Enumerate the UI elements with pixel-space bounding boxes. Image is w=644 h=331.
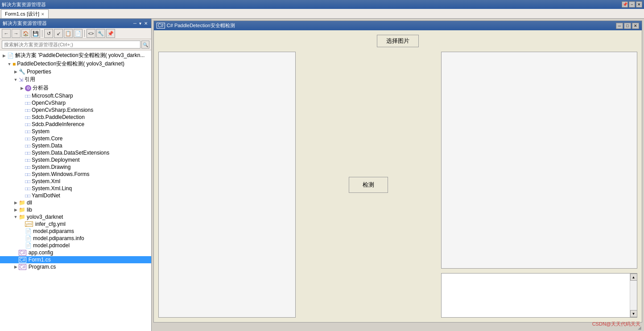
result-area: ▲ ▼ — [441, 52, 637, 318]
back-button[interactable]: ← — [2, 29, 11, 38]
tree-item-system-xml[interactable]: □□ System.Xml — [0, 178, 151, 185]
inner-window-titlebar: C# C# PaddleDetection安全帽检测 ─ □ ✕ — [154, 21, 642, 30]
text-scrollbar[interactable]: ▲ ▼ — [630, 274, 637, 317]
folder-icon: 📁 — [19, 214, 25, 220]
sidebar-title: 解决方案资源管理器 — [3, 20, 47, 27]
expand-icon: ▼ — [12, 78, 19, 82]
tree-item-references[interactable]: ▼ ⇲ 引用 — [0, 75, 151, 84]
tree-item-opencvsharp-ext[interactable]: □□ OpenCvSharp.Extensions — [0, 106, 151, 114]
sidebar-minimize-btn[interactable]: ▾ — [138, 21, 142, 26]
tree-item-properties[interactable]: ▶ 🔧 Properties — [0, 68, 151, 75]
minimize-button[interactable]: − — [629, 1, 635, 8]
search-bar: 🔍 — [0, 39, 151, 50]
yml-icon: yml — [25, 221, 33, 227]
paste-button[interactable]: 📄 — [74, 29, 83, 38]
ref-icon: □□ — [25, 151, 30, 155]
tree-item-infer-cfg[interactable]: yml infer_cfg.yml — [0, 221, 151, 228]
ref-icon: □□ — [25, 122, 30, 127]
separator-1 — [42, 30, 42, 37]
sidebar-close-btn[interactable]: ✕ — [143, 21, 149, 26]
scroll-up-btn[interactable]: ▲ — [630, 274, 637, 281]
settings-button[interactable]: 🔧 — [96, 29, 105, 38]
redo-button[interactable]: ↙ — [54, 29, 63, 38]
close-titlebar-button[interactable]: ✕ — [636, 1, 642, 8]
inner-window-buttons: ─ □ ✕ — [616, 23, 639, 29]
ref-label: Microsoft.CSharp — [32, 93, 150, 99]
tree-item-solution[interactable]: ▶ 📄 解决方案 'PaddleDetection安全帽检测( yolov3_d… — [0, 51, 151, 60]
ref-label: System.Drawing — [32, 164, 150, 170]
separator-2 — [84, 30, 85, 37]
tree-item-opencvsharp[interactable]: □□ OpenCvSharp — [0, 99, 151, 106]
folder-label: lib — [27, 207, 150, 213]
search-button[interactable]: 🔍 — [141, 41, 149, 49]
tree-item-system-xml-linq[interactable]: □□ System.Xml.Linq — [0, 185, 151, 192]
ref-icon: □□ — [25, 179, 30, 184]
expand-icon: ▼ — [12, 215, 19, 219]
properties-label: Properties — [27, 69, 150, 75]
ref-icon: □□ — [25, 143, 30, 148]
forward-button[interactable]: → — [12, 29, 21, 38]
project-icon: ■ — [12, 61, 16, 67]
tree-item-system[interactable]: □□ System — [0, 128, 151, 135]
tree-item-analyzer[interactable]: ▶ ⚙ 分析器 — [0, 84, 151, 92]
tree-item-system-core[interactable]: □□ System.Core — [0, 135, 151, 142]
main-titlebar-text: 解决方案资源管理器 — [2, 1, 622, 8]
folder-label: yolov3_darknet — [27, 214, 150, 220]
file-label: model.pdmodel — [33, 242, 150, 249]
tree-item-system-windows-forms[interactable]: □□ System.Windows.Forms — [0, 171, 151, 178]
ref-icon: □□ — [25, 158, 30, 163]
window-maximize-btn[interactable]: □ — [624, 23, 631, 29]
tree-item-app-config[interactable]: C# app.config — [0, 249, 151, 256]
expand-icon: ▶ — [12, 69, 19, 74]
titlebar-buttons: 📌 − ✕ — [622, 1, 642, 8]
scroll-down-btn[interactable]: ▼ — [630, 310, 637, 317]
sidebar-pin-btn[interactable]: ─ — [132, 21, 137, 26]
file-label: Program.cs — [29, 264, 150, 270]
tree-item-form1-cs[interactable]: C# Form1.cs — [0, 256, 151, 263]
home-button[interactable]: 🏠 — [21, 29, 30, 38]
window-minimize-btn[interactable]: ─ — [616, 23, 623, 29]
tree-item-system-data-dataset[interactable]: □□ System.Data.DataSetExtensions — [0, 149, 151, 156]
tree-item-lib[interactable]: ▶ 📁 lib — [0, 206, 151, 213]
file-icon: 📄 — [25, 235, 32, 241]
tree-item-model-pdiparams-info[interactable]: 📄 model.pdiparams.info — [0, 235, 151, 242]
file-label: app.config — [29, 249, 150, 256]
tree-item-dll[interactable]: ▶ 📁 dll — [0, 199, 151, 206]
tree-item-system-data[interactable]: □□ System.Data — [0, 142, 151, 149]
tree-item-sdcb-paddle-inference[interactable]: □□ Sdcb.PaddleInference — [0, 121, 151, 128]
pin-button[interactable]: 📌 — [622, 1, 628, 8]
save-button[interactable]: 💾 — [31, 29, 40, 38]
ref-label: System.Data.DataSetExtensions — [32, 150, 150, 156]
tree-item-microsoft-csharp[interactable]: □□ Microsoft.CSharp — [0, 92, 151, 99]
tree-item-project[interactable]: ▼ ■ PaddleDetection安全帽检测( yolov3_darknet… — [0, 60, 151, 68]
tab-close-button[interactable]: ✕ — [41, 12, 45, 16]
tree-item-yolov3[interactable]: ▼ 📁 yolov3_darknet — [0, 213, 151, 221]
tree-item-model-pdiparams[interactable]: 📄 model.pdiparams — [0, 228, 151, 235]
tree-item-model-pdmodel[interactable]: 📄 model.pdmodel — [0, 242, 151, 249]
tree-item-sdcb-paddle-detection[interactable]: □□ Sdcb.PaddleDetection — [0, 114, 151, 121]
ref-label: OpenCvSharp — [32, 100, 150, 106]
ref-label: System.Deployment — [32, 157, 150, 163]
project-label: PaddleDetection安全帽检测( yolov3_darknet) — [17, 60, 150, 68]
ref-icon: □□ — [25, 94, 30, 98]
ref-label: System.Data — [32, 143, 150, 149]
ref-label: System.Xml.Linq — [32, 185, 150, 192]
sidebar-toolbar: ← → 🏠 💾 ↺ ↙ 📋 📄 <> 🔧 📌 — [0, 28, 151, 39]
tab-form1-design[interactable]: Form1.cs [设计] ✕ — [1, 9, 49, 18]
select-image-button[interactable]: 选择图片 — [377, 35, 419, 47]
tree-item-system-deployment[interactable]: □□ System.Deployment — [0, 156, 151, 163]
ref-label: System.Xml — [32, 178, 150, 184]
tree-item-yamldotnet[interactable]: □□ YamlDotNet — [0, 192, 151, 199]
tree-item-system-drawing[interactable]: □□ System.Drawing — [0, 163, 151, 171]
image-display-box — [158, 52, 296, 318]
code-button[interactable]: <> — [87, 29, 95, 38]
tree-item-program-cs[interactable]: ▶ C# Program.cs — [0, 263, 151, 270]
copy-button[interactable]: 📋 — [64, 29, 73, 38]
window-close-btn[interactable]: ✕ — [632, 23, 639, 29]
undo-button[interactable]: ↺ — [44, 29, 53, 38]
file-label: infer_cfg.yml — [35, 221, 150, 227]
pin-button2[interactable]: 📌 — [106, 29, 115, 38]
search-input[interactable] — [2, 41, 140, 49]
detect-button[interactable]: 检测 — [349, 177, 388, 193]
inner-window-title-text: C# PaddleDetection安全帽检测 — [167, 22, 235, 29]
